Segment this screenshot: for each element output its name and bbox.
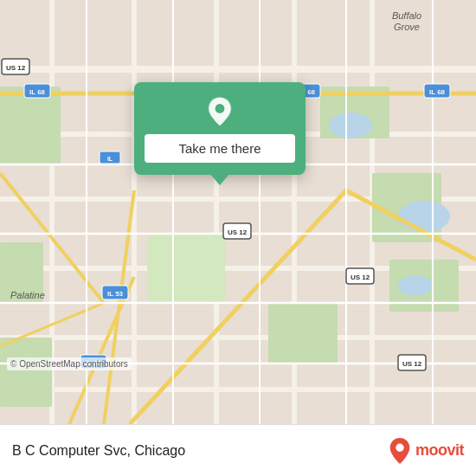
location-pin-icon: [204, 96, 235, 127]
svg-point-22: [398, 275, 433, 296]
moovit-brand-text: moovit: [415, 441, 464, 460]
svg-rect-17: [147, 234, 225, 303]
svg-point-66: [396, 443, 403, 451]
svg-text:IL: IL: [107, 156, 113, 162]
svg-text:US 12: US 12: [402, 360, 422, 368]
svg-text:IL 53: IL 53: [107, 290, 124, 298]
svg-text:US 12: US 12: [6, 64, 26, 72]
svg-point-65: [215, 104, 225, 113]
svg-text:Palatine: Palatine: [10, 290, 45, 300]
svg-text:Buffalo: Buffalo: [392, 10, 421, 21]
svg-rect-18: [268, 303, 338, 363]
map-attribution: © OpenStreetMap contributors: [7, 357, 132, 370]
svg-text:US 12: US 12: [351, 273, 370, 281]
location-popup: Take me there: [134, 82, 306, 175]
svg-text:US 12: US 12: [228, 228, 248, 236]
svg-text:IL 68: IL 68: [429, 88, 446, 96]
map-container: IL 68 IL 68 IL 68 IL 68 IL IL 53 IL 53 U…: [0, 0, 476, 424]
take-me-there-button[interactable]: Take me there: [145, 134, 295, 163]
svg-rect-19: [0, 338, 52, 407]
moovit-pin-icon: [388, 437, 412, 465]
svg-point-20: [329, 113, 372, 138]
svg-text:Grove: Grove: [394, 22, 420, 32]
location-name: B C Computer Svc, Chicago: [12, 443, 388, 459]
moovit-logo: moovit: [388, 437, 464, 465]
svg-point-21: [398, 201, 450, 232]
bottom-bar: B C Computer Svc, Chicago moovit: [0, 424, 476, 476]
svg-text:IL 68: IL 68: [29, 88, 46, 96]
